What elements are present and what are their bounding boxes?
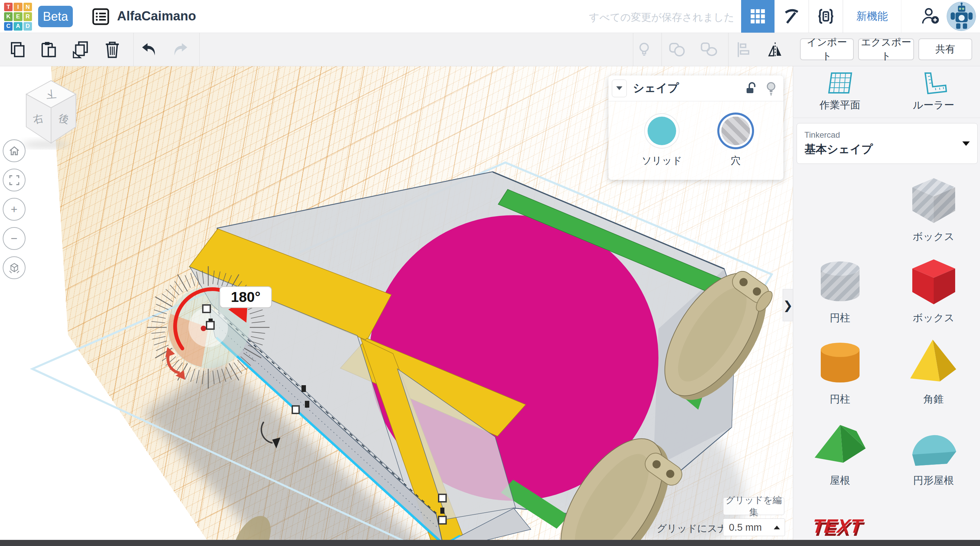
visibility-bulb-icon[interactable] [764, 81, 778, 95]
codeblocks-icon[interactable] [809, 0, 843, 33]
invite-person-icon[interactable] [915, 0, 945, 33]
svg-text:180°: 180° [231, 289, 261, 305]
whats-new-link[interactable]: 新機能 [843, 0, 901, 33]
minecraft-pickaxe-icon[interactable] [775, 0, 808, 33]
view-cube[interactable]: 下 右 後 [8, 76, 82, 149]
save-status: すべての変更が保存されました [589, 11, 734, 24]
workplane-tool[interactable]: 作業平面 [793, 66, 887, 117]
mirror-button[interactable] [762, 37, 788, 62]
hole-option[interactable]: 穴 [721, 117, 750, 168]
undo-button[interactable] [136, 37, 162, 62]
import-button[interactable]: インポート [800, 38, 854, 60]
zoom-out-button[interactable]: − [3, 227, 25, 250]
shape-tile-cylinder-hole[interactable]: 円柱 [793, 251, 887, 330]
export-button[interactable]: エクスポート [858, 38, 914, 60]
paste-button[interactable] [35, 37, 61, 62]
workplane-icon [827, 72, 853, 94]
toolbar-separator [134, 33, 134, 66]
caret-down-icon [962, 141, 970, 146]
rotation-center-dot [201, 326, 206, 331]
group-button[interactable] [664, 37, 690, 62]
show-all-bulb-icon[interactable] [631, 37, 657, 62]
snap-grid-select[interactable]: 0.5 mm [723, 519, 785, 536]
shape-tile-roof[interactable]: 屋根 [793, 414, 887, 492]
caret-down-icon [616, 86, 622, 90]
shape-tile-pyramid[interactable]: 角錐 [887, 332, 980, 411]
home-view-button[interactable] [3, 140, 25, 162]
shape-tile-box[interactable]: ボックス [887, 251, 980, 330]
shape-library-select[interactable]: Tinkercad 基本シェイプ [797, 123, 978, 164]
toolbar-separator [662, 33, 662, 66]
edit-toolbar: インポート エクスポート 共有 [0, 33, 980, 66]
align-button[interactable] [731, 37, 757, 62]
copy-button[interactable] [5, 37, 30, 62]
shape-tile-round-roof[interactable]: 円形屋根 [887, 414, 980, 492]
inspector-title: シェイプ [633, 81, 679, 96]
redo-button[interactable] [167, 37, 193, 62]
design-title[interactable]: AlfaCaimano [117, 9, 196, 24]
rotation-value-label: 180° [220, 287, 272, 308]
bottom-bar [0, 540, 980, 546]
ungroup-button[interactable] [696, 37, 722, 62]
design-list-icon[interactable] [91, 7, 110, 26]
hole-swatch-circle [721, 117, 750, 145]
tinkercad-logo[interactable]: TIN KER CAD [4, 3, 32, 30]
3d-viewport[interactable]: 180° 下 右 後 + − ❯ グリッドを編集 グリッドにスナップ 0.5 m… [0, 66, 793, 546]
toolbar-separator [199, 33, 200, 66]
delete-button[interactable] [99, 37, 125, 62]
shape-inspector-panel: シェイプ ソリッド 穴 [608, 76, 783, 180]
solid-swatch-circle [648, 117, 676, 145]
dashboard-grid-icon[interactable] [741, 0, 775, 33]
inspector-header: シェイプ [608, 76, 783, 101]
beta-badge[interactable]: Beta [38, 6, 73, 27]
perspective-toggle-button[interactable] [3, 256, 25, 279]
zoom-in-button[interactable]: + [3, 198, 25, 221]
ruler-tool[interactable]: ルーラー [887, 66, 980, 117]
edge-handle[interactable] [305, 401, 309, 408]
select-caret-icon [774, 525, 780, 529]
ruler-icon [920, 72, 947, 94]
inspector-body: ソリッド 穴 [608, 101, 783, 180]
shape-tile-box-hole[interactable]: ボックス [887, 170, 980, 249]
app-header: TIN KER CAD Beta AlfaCaimano すべての変更が保存され… [0, 0, 980, 33]
shape-tile-cylinder[interactable]: 円柱 [793, 332, 887, 411]
svg-text:TEXT: TEXT [811, 515, 864, 537]
user-avatar[interactable] [947, 2, 976, 31]
unlock-icon[interactable] [744, 81, 758, 95]
viewport-nav: + − [3, 140, 25, 279]
solid-option[interactable]: ソリッド [642, 117, 682, 168]
sidebar-collapse-tab[interactable]: ❯ [783, 289, 793, 321]
shapes-sidebar: 作業平面 ルーラー Tinkercad 基本シェイプ [793, 66, 980, 546]
edit-grid-button[interactable]: グリッドを編集 [723, 497, 784, 515]
toolbar-separator [728, 33, 729, 66]
view-cube-top-label: 下 [46, 88, 57, 100]
edge-handle[interactable] [301, 385, 306, 392]
share-button[interactable]: 共有 [918, 38, 972, 60]
inspector-collapse-button[interactable] [612, 79, 627, 97]
fit-view-button[interactable] [3, 168, 25, 191]
duplicate-button[interactable] [67, 37, 93, 62]
shape-tile-text[interactable]: TEXT TEXT 文字 [793, 495, 887, 546]
edge-handle[interactable] [440, 508, 444, 514]
